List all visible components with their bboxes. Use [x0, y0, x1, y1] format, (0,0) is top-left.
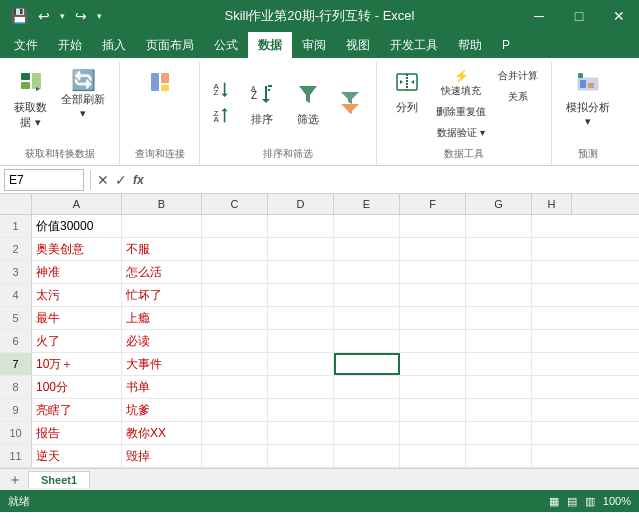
- row-header-6[interactable]: 6: [0, 330, 32, 352]
- cell-11-C[interactable]: [202, 445, 268, 467]
- view-layout-icon[interactable]: ▤: [567, 495, 577, 508]
- cell-11-B[interactable]: 毁掉: [122, 445, 202, 467]
- cell-5-B[interactable]: 上瘾: [122, 307, 202, 329]
- cell-4-C[interactable]: [202, 284, 268, 306]
- tab-extra[interactable]: P: [492, 32, 520, 58]
- cell-1-E[interactable]: [334, 215, 400, 237]
- refresh-all-button[interactable]: 🔄 全部刷新▾: [55, 66, 111, 124]
- cell-4-G[interactable]: [466, 284, 532, 306]
- cell-5-G[interactable]: [466, 307, 532, 329]
- cell-3-B[interactable]: 怎么活: [122, 261, 202, 283]
- customize-icon[interactable]: ▾: [94, 9, 105, 23]
- cell-5-E[interactable]: [334, 307, 400, 329]
- col-header-f[interactable]: F: [400, 194, 466, 214]
- formula-input[interactable]: [148, 169, 635, 191]
- manage-model-button[interactable]: [493, 108, 543, 114]
- cell-8-B[interactable]: 书单: [122, 376, 202, 398]
- cell-2-C[interactable]: [202, 238, 268, 260]
- cell-7-D[interactable]: [268, 353, 334, 375]
- cell-4-B[interactable]: 忙坏了: [122, 284, 202, 306]
- consolidate-button[interactable]: 合并计算: [493, 66, 543, 86]
- minimize-button[interactable]: ─: [519, 0, 559, 32]
- cell-4-A[interactable]: 太污: [32, 284, 122, 306]
- cell-5-D[interactable]: [268, 307, 334, 329]
- cell-3-D[interactable]: [268, 261, 334, 283]
- cell-10-D[interactable]: [268, 422, 334, 444]
- cell-10-F[interactable]: [400, 422, 466, 444]
- cell-4-D[interactable]: [268, 284, 334, 306]
- col-header-d[interactable]: D: [268, 194, 334, 214]
- cancel-formula-icon[interactable]: ✕: [97, 172, 109, 188]
- col-header-e[interactable]: E: [334, 194, 400, 214]
- cell-10-A[interactable]: 报告: [32, 422, 122, 444]
- view-page-break-icon[interactable]: ▥: [585, 495, 595, 508]
- row-header-8[interactable]: 8: [0, 376, 32, 398]
- cell-1-G[interactable]: [466, 215, 532, 237]
- row-header-1[interactable]: 1: [0, 215, 32, 237]
- cell-1-F[interactable]: [400, 215, 466, 237]
- cell-1-D[interactable]: [268, 215, 334, 237]
- cell-11-E[interactable]: [334, 445, 400, 467]
- advanced-filter-button[interactable]: [332, 86, 368, 124]
- cell-11-G[interactable]: [466, 445, 532, 467]
- cell-10-G[interactable]: [466, 422, 532, 444]
- view-normal-icon[interactable]: ▦: [549, 495, 559, 508]
- cell-10-C[interactable]: [202, 422, 268, 444]
- row-header-11[interactable]: 11: [0, 445, 32, 467]
- cell-9-D[interactable]: [268, 399, 334, 421]
- redo-icon[interactable]: ↪: [72, 6, 90, 26]
- cell-8-G[interactable]: [466, 376, 532, 398]
- sort-button[interactable]: A Z 排序: [240, 78, 284, 131]
- tab-help[interactable]: 帮助: [448, 32, 492, 58]
- add-sheet-button[interactable]: ＋: [4, 471, 26, 489]
- what-if-button[interactable]: 模拟分析▾: [560, 66, 616, 132]
- cell-8-F[interactable]: [400, 376, 466, 398]
- tab-view[interactable]: 视图: [336, 32, 380, 58]
- cell-6-E[interactable]: [334, 330, 400, 352]
- sort-az-button[interactable]: A Z: [208, 78, 238, 104]
- close-button[interactable]: ✕: [599, 0, 639, 32]
- cell-2-D[interactable]: [268, 238, 334, 260]
- cell-11-D[interactable]: [268, 445, 334, 467]
- cell-9-E[interactable]: [334, 399, 400, 421]
- row-header-4[interactable]: 4: [0, 284, 32, 306]
- row-header-9[interactable]: 9: [0, 399, 32, 421]
- cell-2-A[interactable]: 奥美创意: [32, 238, 122, 260]
- cell-3-C[interactable]: [202, 261, 268, 283]
- cell-8-E[interactable]: [334, 376, 400, 398]
- tab-data[interactable]: 数据: [248, 32, 292, 58]
- cell-6-B[interactable]: 必读: [122, 330, 202, 352]
- tab-file[interactable]: 文件: [4, 32, 48, 58]
- cell-10-B[interactable]: 教你XX: [122, 422, 202, 444]
- sheet-tab-sheet1[interactable]: Sheet1: [28, 471, 90, 488]
- row-header-2[interactable]: 2: [0, 238, 32, 260]
- cell-6-C[interactable]: [202, 330, 268, 352]
- queries-panel-button[interactable]: [138, 66, 182, 98]
- cell-6-G[interactable]: [466, 330, 532, 352]
- cell-10-E[interactable]: [334, 422, 400, 444]
- cell-9-C[interactable]: [202, 399, 268, 421]
- cell-6-F[interactable]: [400, 330, 466, 352]
- cell-5-A[interactable]: 最牛: [32, 307, 122, 329]
- col-header-b[interactable]: B: [122, 194, 202, 214]
- cell-2-B[interactable]: 不服: [122, 238, 202, 260]
- cell-3-G[interactable]: [466, 261, 532, 283]
- cell-1-C[interactable]: [202, 215, 268, 237]
- data-validation-button[interactable]: 数据验证 ▾: [431, 123, 491, 143]
- cell-5-F[interactable]: [400, 307, 466, 329]
- col-header-a[interactable]: A: [32, 194, 122, 214]
- cell-9-F[interactable]: [400, 399, 466, 421]
- cell-7-F[interactable]: [400, 353, 466, 375]
- split-column-button[interactable]: 分列: [385, 66, 429, 119]
- cell-7-B[interactable]: 大事件: [122, 353, 202, 375]
- tab-review[interactable]: 审阅: [292, 32, 336, 58]
- remove-duplicates-button[interactable]: 删除重复值: [431, 102, 491, 122]
- get-data-button[interactable]: 获取数据 ▾: [8, 66, 53, 134]
- cell-2-E[interactable]: [334, 238, 400, 260]
- tab-home[interactable]: 开始: [48, 32, 92, 58]
- col-header-c[interactable]: C: [202, 194, 268, 214]
- row-header-3[interactable]: 3: [0, 261, 32, 283]
- cell-2-G[interactable]: [466, 238, 532, 260]
- col-header-h[interactable]: H: [532, 194, 572, 214]
- cell-11-A[interactable]: 逆天: [32, 445, 122, 467]
